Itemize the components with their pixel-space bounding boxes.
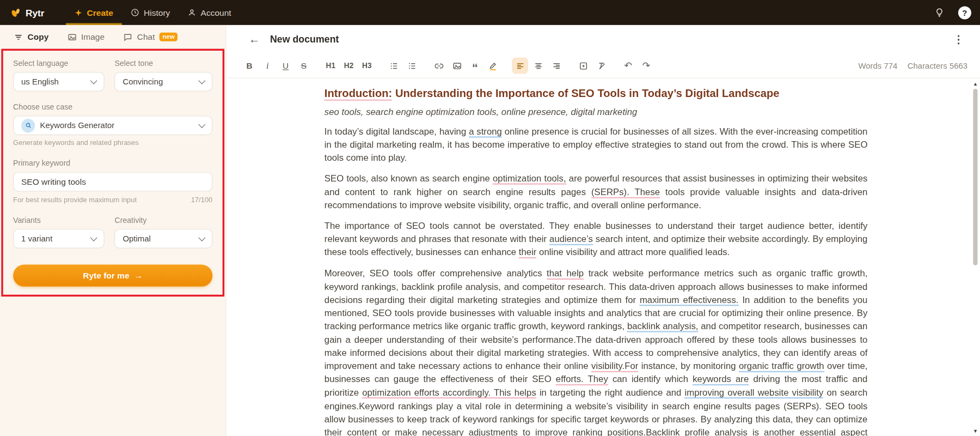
sliders-icon	[14, 32, 23, 41]
person-icon	[187, 8, 196, 17]
highlighter-pen-icon	[488, 61, 498, 70]
nav-label: History	[144, 8, 170, 17]
document-editor-surface[interactable]: Introduction: Understanding the Importan…	[226, 78, 980, 436]
tab-label: Copy	[28, 32, 49, 41]
insert-image-button[interactable]	[449, 58, 465, 74]
scroll-up-arrow[interactable]: ▲	[971, 80, 979, 88]
nav-item-history[interactable]: History	[122, 0, 179, 25]
document-title: New document	[270, 34, 339, 45]
variants-value: 1 variant	[21, 234, 52, 243]
chevron-down-icon	[198, 77, 205, 84]
keyword-hint: For best results provide maximum input	[13, 196, 137, 203]
scroll-down-arrow[interactable]: ▼	[971, 427, 979, 435]
tone-value: Convincing	[122, 77, 163, 86]
image-icon	[452, 61, 462, 70]
blockquote-button[interactable]: “	[467, 55, 483, 76]
link-button[interactable]	[431, 58, 447, 74]
usecase-hint: Generate keywords and related phrases	[13, 139, 212, 147]
language-value: us English	[21, 77, 59, 86]
brand[interactable]: Rytr	[10, 7, 44, 19]
ordered-list-button[interactable]	[404, 58, 420, 74]
redo-button[interactable]: ↷	[638, 58, 654, 74]
tab-label: Chat	[137, 32, 155, 41]
tab-image[interactable]: Image	[68, 32, 105, 41]
editor-panel: ← New document ⋮ B i U S H1 H2 H3	[226, 25, 980, 436]
rytr-logo-icon	[10, 7, 21, 19]
help-button[interactable]: ?	[958, 6, 971, 19]
top-navbar: Rytr Create History Account	[0, 0, 980, 25]
plagiarism-check-button[interactable]	[575, 58, 591, 74]
tab-chat[interactable]: Chat new	[123, 32, 177, 41]
variants-select[interactable]: 1 variant	[13, 229, 105, 249]
doc-paragraph: SEO tools, also known as search engine o…	[324, 172, 868, 212]
search-icon	[21, 119, 35, 132]
language-label: Select language	[13, 59, 105, 68]
keyword-counter: 17/100	[191, 196, 213, 203]
app: Rytr Create History Account	[0, 0, 980, 436]
clear-format-button[interactable]	[593, 58, 609, 74]
doc-paragraphs: In today’s digital landscape, having a s…	[324, 125, 868, 436]
language-select[interactable]: us English	[13, 72, 105, 92]
align-right-icon	[552, 61, 561, 70]
align-left-icon	[516, 61, 525, 70]
character-count: Characters 5663	[908, 61, 967, 70]
ryte-for-me-button[interactable]: Ryte for me →	[13, 265, 212, 287]
underline-button[interactable]: U	[278, 58, 294, 74]
strikethrough-button[interactable]: S	[296, 58, 312, 74]
doc-paragraph: Moreover, SEO tools offer comprehensive …	[324, 267, 868, 436]
theme-toggle-button[interactable]	[932, 5, 947, 20]
clear-format-icon	[597, 61, 606, 70]
arrow-right-icon: →	[134, 271, 143, 280]
align-right-button[interactable]	[548, 58, 565, 74]
undo-button[interactable]: ↶	[620, 58, 636, 74]
italic-button[interactable]: i	[259, 58, 275, 74]
chevron-down-icon	[90, 234, 97, 241]
editor-toolbar: B i U S H1 H2 H3	[226, 54, 980, 78]
doc-stats: Words 774 Characters 5663	[858, 61, 967, 70]
link-icon	[434, 61, 443, 70]
tone-select[interactable]: Convincing	[115, 72, 213, 92]
main-nav: Create History Account	[66, 0, 240, 25]
chevron-down-icon	[198, 234, 205, 241]
ordered-list-icon	[407, 61, 416, 70]
usecase-value: Keywords Generator	[40, 121, 114, 130]
tab-label: Image	[81, 32, 105, 41]
creativity-value: Optimal	[122, 234, 150, 243]
check-box-icon	[578, 61, 587, 70]
align-left-button[interactable]	[512, 58, 528, 74]
nav-item-account[interactable]: Account	[179, 0, 240, 25]
brand-name: Rytr	[26, 7, 44, 18]
more-options-button[interactable]: ⋮	[951, 33, 966, 46]
app-body: Copy Image Chat new	[0, 25, 980, 436]
heading3-button[interactable]: H3	[359, 58, 375, 74]
usecase-select[interactable]: Keywords Generator	[13, 116, 212, 135]
variants-label: Variants	[13, 216, 105, 225]
word-count: Words 774	[858, 61, 897, 70]
creativity-label: Creativity	[115, 216, 213, 225]
heading1-button[interactable]: H1	[322, 58, 339, 74]
question-mark-icon: ?	[962, 8, 967, 17]
generator-form-annotated: Select language us English Select tone C…	[1, 49, 224, 297]
tone-label: Select tone	[115, 59, 213, 68]
heading2-button[interactable]: H2	[341, 58, 357, 74]
nav-item-create[interactable]: Create	[66, 0, 122, 25]
cta-label: Ryte for me	[83, 271, 129, 280]
creativity-select[interactable]: Optimal	[115, 229, 213, 249]
sparkle-icon	[75, 8, 83, 16]
tab-copy[interactable]: Copy	[14, 32, 48, 41]
usecase-label: Choose use case	[13, 102, 212, 111]
scrollbar-thumb[interactable]	[973, 89, 977, 265]
clock-icon	[131, 8, 139, 17]
back-button[interactable]: ←	[249, 33, 260, 46]
keyword-label: Primary keyword	[13, 159, 212, 168]
align-center-button[interactable]	[530, 58, 547, 74]
chevron-down-icon	[198, 120, 205, 128]
bullet-list-button[interactable]	[385, 58, 402, 74]
doc-heading: Introduction: Understanding the Importan…	[324, 86, 868, 101]
navbar-right: ?	[932, 5, 971, 20]
chevron-down-icon	[90, 77, 97, 84]
text-highlight-button[interactable]	[485, 58, 501, 74]
primary-keyword-input[interactable]	[13, 172, 212, 192]
image-icon	[68, 32, 77, 41]
bold-button[interactable]: B	[241, 58, 258, 74]
